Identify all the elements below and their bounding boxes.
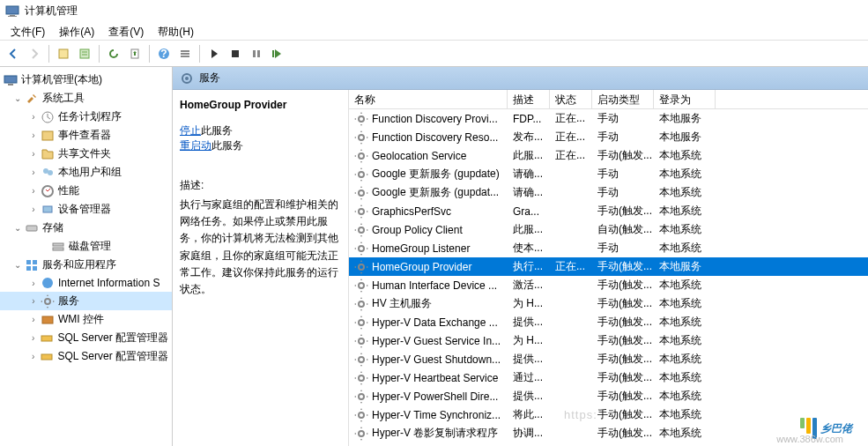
tree-item[interactable]: 磁盘管理 (0, 237, 172, 256)
tree-services-apps[interactable]: ⌄ 服务和应用程序 (0, 256, 172, 274)
tree-system-tools[interactable]: ⌄ 系统工具 (0, 89, 172, 108)
gear-icon (180, 71, 194, 85)
expander-icon[interactable]: › (28, 186, 39, 197)
expander-icon[interactable]: › (28, 315, 39, 325)
service-row[interactable]: Function Discovery Provi...FDP...正在...手动… (349, 109, 868, 128)
col-desc[interactable]: 描述 (508, 90, 550, 108)
tb-export[interactable] (125, 44, 145, 63)
window-title: 计算机管理 (25, 4, 78, 19)
service-row[interactable]: HV 主机服务为 H...手动(触发...本地系统 (349, 294, 868, 313)
service-row[interactable]: Human Interface Device ...激活...手动(触发...本… (349, 276, 868, 294)
col-status[interactable]: 状态 (550, 90, 592, 108)
tree-item[interactable]: ›任务计划程序 (0, 108, 172, 126)
service-row[interactable]: Hyper-V Heartbeat Service通过...手动(触发...本地… (349, 368, 868, 387)
svg-rect-24 (43, 206, 52, 212)
expander-icon[interactable]: › (28, 204, 39, 215)
service-row[interactable]: HomeGroup Listener使本...手动本地系统 (349, 239, 868, 257)
expander-icon[interactable]: › (28, 112, 39, 123)
svg-rect-26 (53, 243, 63, 246)
toolbar: ? (0, 41, 868, 67)
gear-icon (354, 427, 368, 441)
list-header: 名称 描述 状态 启动类型 登录为 (349, 90, 868, 109)
tree-item[interactable]: ›事件查看器 (0, 126, 172, 145)
tb-properties[interactable] (54, 44, 73, 63)
tree-item[interactable]: ›本地用户和组 (0, 163, 172, 182)
tree-item[interactable]: ›共享文件夹 (0, 145, 172, 163)
expander-icon[interactable]: › (28, 167, 39, 178)
svg-rect-14 (253, 50, 256, 57)
expander-icon[interactable]: › (28, 352, 38, 362)
tb-detail[interactable] (75, 44, 94, 63)
back-button[interactable] (4, 44, 23, 63)
forward-button[interactable] (25, 44, 44, 63)
gear-icon (354, 167, 368, 182)
tree-root[interactable]: 计算机管理(本地) (0, 71, 172, 89)
restart-link[interactable]: 重启动 (180, 139, 211, 152)
window-titlebar: 计算机管理 (0, 0, 868, 21)
nav-tree[interactable]: 计算机管理(本地) ⌄ 系统工具 ›任务计划程序›事件查看器›共享文件夹›本地用… (0, 67, 173, 446)
tb-refresh[interactable] (104, 44, 123, 63)
service-row[interactable]: Group Policy Client此服...自动(触发...本地系统 (349, 220, 868, 239)
tree-storage[interactable]: ⌄ 存储 (0, 219, 172, 237)
storage-icon (25, 221, 39, 235)
service-row[interactable]: Google 更新服务 (gupdate)请确...手动本地系统 (349, 165, 868, 183)
service-row[interactable]: HomeGroup Provider执行...正在...手动(触发...本地服务 (349, 257, 868, 276)
menu-action[interactable]: 操作(A) (52, 23, 101, 38)
tb-list[interactable] (175, 44, 195, 63)
watermark-url: www.386w.com (776, 434, 843, 444)
svg-rect-34 (41, 336, 52, 341)
svg-rect-29 (33, 260, 37, 264)
service-row[interactable]: Hyper-V Guest Shutdown...提供...手动(触发...本地… (349, 350, 868, 368)
services-icon (25, 258, 39, 272)
service-row[interactable]: Hyper-V Time Synchroniz...将此...手动(触发...本… (349, 405, 868, 424)
tb-pause[interactable] (247, 44, 266, 63)
service-row[interactable]: Function Discovery Reso...发布...正在...手动本地… (349, 128, 868, 146)
col-logon[interactable]: 登录为 (654, 90, 716, 108)
svg-point-37 (185, 77, 189, 80)
service-row[interactable]: Hyper-V Guest Service In...为 H...手动(触发..… (349, 331, 868, 350)
tree-item[interactable]: ›性能 (0, 182, 172, 200)
tree-item[interactable]: ›SQL Server 配置管理器 (0, 347, 172, 366)
node-icon (41, 147, 55, 161)
menu-view[interactable]: 查看(V) (101, 23, 151, 38)
stop-link[interactable]: 停止 (180, 124, 201, 137)
desc-label: 描述: (180, 178, 341, 193)
svg-rect-16 (272, 50, 274, 57)
tree-item[interactable]: ›服务 (0, 292, 172, 310)
list-body[interactable]: Function Discovery Provi...FDP...正在...手动… (349, 109, 868, 446)
expander-icon[interactable]: ⌄ (12, 260, 23, 271)
tree-item[interactable]: ›设备管理器 (0, 200, 172, 219)
expander-icon[interactable]: › (28, 149, 39, 160)
node-icon (41, 166, 55, 180)
gear-icon (354, 149, 368, 163)
service-row[interactable]: Google 更新服务 (gupdat...请确...手动本地系统 (349, 183, 868, 202)
svg-rect-1 (10, 15, 15, 16)
tb-help[interactable]: ? (154, 44, 174, 63)
tb-restart[interactable] (268, 44, 287, 63)
menu-help[interactable]: 帮助(H) (151, 23, 201, 38)
service-row[interactable]: Hyper-V Data Exchange ...提供...手动(触发...本地… (349, 313, 868, 331)
svg-rect-2 (8, 16, 17, 17)
tree-item[interactable]: ›Internet Information S (0, 274, 172, 292)
svg-rect-27 (53, 248, 63, 250)
service-row[interactable]: Geolocation Service此服...正在...手动(触发...本地系… (349, 146, 868, 165)
tree-item[interactable]: ›SQL Server 配置管理器 (0, 329, 172, 347)
expander-icon[interactable]: › (28, 296, 39, 307)
tb-stop[interactable] (226, 44, 245, 63)
svg-rect-10 (181, 50, 189, 52)
col-name[interactable]: 名称 (349, 90, 508, 108)
service-row[interactable]: GraphicsPerfSvcGra...手动(触发...本地系统 (349, 202, 868, 220)
node-icon (40, 350, 54, 364)
expander-icon[interactable]: › (28, 278, 39, 288)
expander-icon[interactable]: › (28, 333, 38, 344)
gear-icon (354, 279, 368, 293)
tree-item[interactable]: ›WMI 控件 (0, 310, 172, 329)
menu-file[interactable]: 文件(F) (4, 23, 52, 38)
service-row[interactable]: Hyper-V PowerShell Dire...提供...手动(触发...本… (349, 387, 868, 405)
svg-rect-25 (26, 226, 37, 231)
tb-play[interactable] (204, 44, 224, 63)
expander-icon[interactable]: ⌄ (12, 93, 23, 104)
expander-icon[interactable]: ⌄ (12, 223, 23, 234)
col-startup[interactable]: 启动类型 (592, 90, 654, 108)
expander-icon[interactable]: › (28, 130, 39, 141)
